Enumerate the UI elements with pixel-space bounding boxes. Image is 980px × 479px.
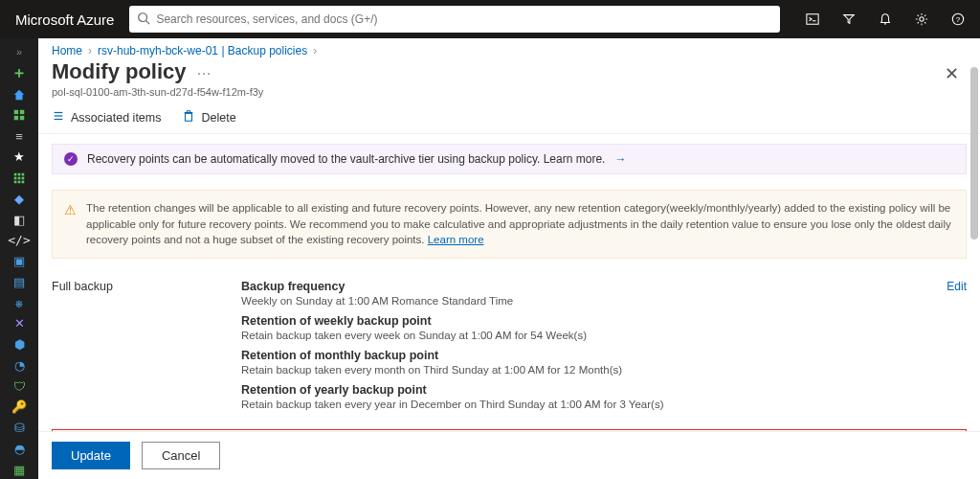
rail-dashboard-icon[interactable]: [4, 106, 34, 125]
rail-service-4-icon[interactable]: ▣: [4, 252, 34, 271]
tip-banner: ✓ Recovery points can be automatically m…: [52, 144, 967, 174]
svg-line-1: [146, 20, 150, 24]
associated-items-label: Associated items: [71, 111, 161, 125]
rail-service-9-icon[interactable]: ◔: [4, 356, 34, 376]
svg-rect-25: [186, 113, 192, 121]
associated-items-button[interactable]: Associated items: [52, 109, 161, 125]
search-input[interactable]: [156, 12, 772, 26]
rail-service-5-icon[interactable]: ▤: [4, 273, 34, 292]
rail-service-14-icon[interactable]: ▦: [4, 460, 34, 479]
full-freq-title: Backup frequency: [241, 280, 939, 293]
full-edit-link[interactable]: Edit: [947, 280, 967, 293]
page-title: Modify policy: [52, 59, 187, 84]
svg-point-0: [139, 12, 147, 21]
svg-text:?: ?: [956, 15, 961, 24]
svg-rect-20: [18, 180, 21, 183]
left-rail: » ＋ ≡ ★ ◆ ◧ </> ▣ ▤ ⎈ ✕ ⬢ ◔ 🛡 🔑 ⛁ ◓ ▦: [0, 38, 38, 479]
page-subtitle: pol-sql-0100-am-3th-sun-d27d-f54w-f12m-f…: [52, 86, 937, 98]
chevron-right-icon: ›: [88, 44, 92, 57]
svg-rect-17: [18, 176, 21, 179]
search-box[interactable]: [129, 6, 780, 33]
warning-banner: ⚠ The retention changes will be applicab…: [52, 190, 967, 259]
brand: Microsoft Azure: [8, 11, 122, 28]
rail-service-11-icon[interactable]: 🔑: [4, 398, 34, 417]
cloud-shell-icon[interactable]: [795, 0, 830, 38]
delete-button[interactable]: Delete: [182, 109, 235, 125]
crumb-home[interactable]: Home: [52, 44, 82, 57]
warning-icon: ⚠: [64, 200, 77, 248]
full-backup-section: Full backup Backup frequency Weekly on S…: [52, 276, 967, 422]
topbar: Microsoft Azure ?: [0, 0, 980, 38]
full-month-value: Retain backup taken every month on Third…: [241, 364, 939, 376]
search-icon: [137, 11, 150, 28]
svg-point-5: [920, 17, 924, 21]
full-week-value: Retain backup taken every week on Sunday…: [241, 330, 939, 341]
svg-rect-19: [14, 180, 17, 183]
full-year-title: Retention of yearly backup point: [241, 383, 939, 397]
close-icon[interactable]: ✕: [937, 59, 967, 88]
full-freq-value: Weekly on Sunday at 1:00 AM Romance Stan…: [241, 295, 939, 307]
cancel-button[interactable]: Cancel: [142, 442, 220, 469]
svg-rect-15: [22, 172, 25, 175]
tip-arrow[interactable]: →: [614, 152, 626, 166]
svg-rect-13: [14, 172, 17, 175]
more-icon[interactable]: …: [196, 61, 212, 78]
scrollbar[interactable]: [967, 38, 980, 479]
settings-icon[interactable]: [904, 0, 939, 38]
rail-service-3-icon[interactable]: </>: [4, 231, 34, 250]
svg-rect-12: [20, 116, 24, 120]
svg-rect-14: [18, 172, 21, 175]
toolbar: Associated items Delete: [38, 103, 980, 134]
rail-favorites-icon[interactable]: ★: [4, 148, 34, 167]
tip-text: Recovery points can be automatically mov…: [87, 152, 605, 166]
svg-rect-21: [22, 180, 25, 183]
check-circle-icon: ✓: [64, 152, 78, 166]
rail-service-7-icon[interactable]: ✕: [4, 314, 34, 333]
notifications-icon[interactable]: [868, 0, 902, 38]
rail-all-services-icon[interactable]: [4, 169, 34, 188]
rail-service-12-icon[interactable]: ⛁: [4, 419, 34, 438]
update-button[interactable]: Update: [52, 442, 130, 469]
rail-service-13-icon[interactable]: ◓: [4, 440, 34, 459]
svg-rect-18: [22, 176, 25, 179]
crumb-vault[interactable]: rsv-hub-myh-bck-we-01 | Backup policies: [98, 44, 307, 57]
rail-expand-icon[interactable]: »: [4, 42, 34, 61]
svg-rect-10: [20, 110, 24, 114]
main: Home › rsv-hub-myh-bck-we-01 | Backup po…: [38, 38, 980, 479]
footer-actions: Update Cancel: [38, 431, 980, 479]
breadcrumb: Home › rsv-hub-myh-bck-we-01 | Backup po…: [38, 38, 980, 57]
delete-label: Delete: [201, 111, 235, 125]
svg-point-4: [885, 23, 887, 25]
filter-icon[interactable]: [832, 0, 866, 38]
warning-learn-more[interactable]: Learn more: [428, 234, 484, 245]
top-icons: ?: [795, 0, 980, 38]
svg-rect-16: [14, 176, 17, 179]
full-year-value: Retain backup taken every year in Decemb…: [241, 399, 939, 410]
svg-rect-11: [14, 116, 18, 120]
rail-create-icon[interactable]: ＋: [4, 63, 34, 83]
search-wrap: [129, 6, 780, 33]
warning-text: The retention changes will be applicable…: [86, 202, 951, 245]
rail-service-8-icon[interactable]: ⬢: [4, 335, 34, 354]
rail-list-icon[interactable]: ≡: [4, 126, 34, 146]
full-month-title: Retention of monthly backup point: [241, 349, 939, 362]
trash-icon: [182, 109, 195, 125]
rail-service-10-icon[interactable]: 🛡: [4, 376, 34, 396]
chevron-right-icon: ›: [313, 44, 317, 57]
full-backup-label: Full backup: [52, 280, 234, 293]
help-icon[interactable]: ?: [941, 0, 975, 38]
rail-service-1-icon[interactable]: ◆: [4, 190, 34, 209]
full-week-title: Retention of weekly backup point: [241, 314, 939, 328]
rail-home-icon[interactable]: [4, 85, 34, 104]
rail-service-6-icon[interactable]: ⎈: [4, 293, 34, 312]
svg-rect-9: [14, 110, 18, 114]
list-icon: [52, 109, 65, 125]
rail-service-2-icon[interactable]: ◧: [4, 210, 34, 229]
